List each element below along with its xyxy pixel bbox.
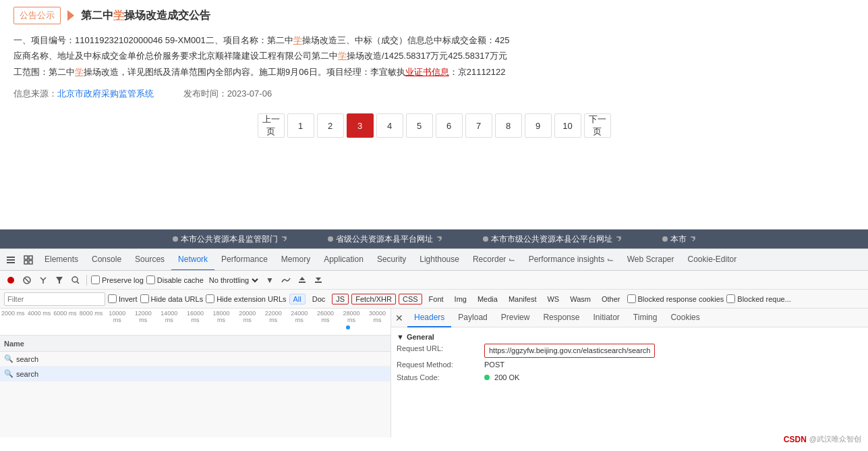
timeline-label-3: 6000 ms	[52, 310, 78, 323]
network-row-2[interactable]: 🔍 search	[0, 367, 390, 381]
tab-memory[interactable]: Memory	[274, 249, 317, 271]
prev-page-btn[interactable]: 上一页	[258, 113, 285, 138]
svg-rect-6	[29, 261, 32, 264]
filter-css-btn[interactable]: CSS	[399, 294, 422, 304]
preserve-log-checkbox[interactable]	[91, 275, 100, 284]
svg-rect-1	[7, 259, 15, 261]
record-btn[interactable]	[4, 273, 18, 287]
details-tab-preview[interactable]: Preview	[494, 309, 537, 327]
tab-performance[interactable]: Performance	[214, 249, 274, 271]
blocked-requests-checkbox[interactable]	[726, 294, 735, 303]
svg-rect-0	[7, 257, 15, 258]
page-btn-1[interactable]: 1	[287, 113, 314, 138]
source-link[interactable]: 北京市政府采购监管系统	[57, 88, 154, 99]
next-page-btn[interactable]: 下一页	[584, 113, 611, 138]
filter-fetch-xhr-btn[interactable]: Fetch/XHR	[351, 294, 396, 304]
page-btn-6[interactable]: 6	[436, 113, 463, 138]
throttle-dropdown-icon[interactable]: ▼	[263, 273, 277, 287]
devtools-inspect-icon[interactable]	[20, 252, 36, 268]
details-tab-response[interactable]: Response	[536, 309, 586, 327]
tab-application[interactable]: Application	[317, 249, 370, 271]
filter-doc-btn[interactable]: Doc	[308, 294, 330, 304]
stop-btn[interactable]	[20, 273, 34, 287]
page-btn-4[interactable]: 4	[376, 113, 403, 138]
clear-btn[interactable]	[36, 273, 50, 287]
blocked-response-label[interactable]: Blocked response cookies	[627, 294, 724, 303]
page-btn-3[interactable]: 3	[347, 113, 374, 138]
network-condition-icon[interactable]	[279, 273, 293, 287]
filter-manifest-btn[interactable]: Manifest	[504, 294, 541, 304]
details-tab-headers[interactable]: Headers	[407, 309, 451, 327]
svg-point-12	[72, 277, 78, 282]
tab-security[interactable]: Security	[370, 249, 413, 271]
throttling-select[interactable]: No throttling	[206, 275, 260, 285]
filter-all-btn[interactable]: All	[289, 294, 306, 304]
invert-checkbox[interactable]	[108, 294, 117, 303]
filter-other-btn[interactable]: Other	[598, 294, 625, 304]
page-btn-2[interactable]: 2	[317, 113, 344, 138]
disable-cache-label[interactable]: Disable cache	[146, 275, 204, 284]
watermark-author: @武汉唯众智创	[809, 434, 861, 437]
svg-point-7	[7, 277, 14, 284]
filter-ws-btn[interactable]: WS	[543, 294, 563, 304]
details-close-btn[interactable]: ✕	[391, 310, 407, 326]
network-row-1[interactable]: 🔍 search	[0, 352, 390, 367]
announcement-footer: 信息来源：北京市政府采购监管系统 发布时间：2023-07-06	[13, 88, 855, 100]
filter-wasm-btn[interactable]: Wasm	[566, 294, 595, 304]
collapse-icon[interactable]: ▼	[397, 333, 404, 341]
hide-extension-urls-label[interactable]: Hide extension URLs	[206, 294, 286, 303]
tab-elements[interactable]: Elements	[38, 249, 85, 271]
timeline-dot	[346, 325, 350, 329]
blocked-response-checkbox[interactable]	[627, 294, 636, 303]
page-btn-5[interactable]: 5	[406, 113, 433, 138]
blocked-requests-label[interactable]: Blocked reque...	[726, 294, 791, 303]
tab-sources[interactable]: Sources	[128, 249, 171, 271]
tab-recorder[interactable]: Recorder ⌙	[466, 249, 522, 271]
name-column-header: Name	[4, 340, 24, 348]
arrow-icon	[67, 10, 74, 21]
details-tab-timing[interactable]: Timing	[627, 309, 664, 327]
svg-rect-2	[7, 262, 15, 263]
hide-data-urls-label[interactable]: Hide data URLs	[140, 294, 204, 303]
svg-rect-14	[299, 282, 306, 283]
watermark: CSDN @武汉唯众智创	[784, 434, 861, 437]
status-code-row: Status Code: 200 OK	[397, 373, 863, 383]
filter-icon-btn[interactable]	[53, 273, 66, 287]
details-tab-payload[interactable]: Payload	[451, 309, 494, 327]
hide-extension-urls-checkbox[interactable]	[206, 294, 214, 303]
search-icon-btn[interactable]	[69, 273, 82, 287]
tab-cookie-editor[interactable]: Cookie-Editor	[681, 249, 744, 271]
preserve-log-label[interactable]: Preserve log	[91, 275, 144, 284]
page-btn-8[interactable]: 8	[495, 113, 522, 138]
tab-lighthouse[interactable]: Lighthouse	[413, 249, 466, 271]
network-list-body: 🔍 search 🔍 search	[0, 352, 390, 437]
svg-rect-4	[29, 256, 32, 259]
details-content: ▼ General Request URL: https://ggzyfw.be…	[391, 327, 868, 437]
footer-icon-3	[483, 236, 488, 242]
tab-performance-insights[interactable]: Performance insights ⌙	[522, 249, 620, 271]
page-btn-10[interactable]: 10	[554, 113, 581, 138]
page-btn-9[interactable]: 9	[525, 113, 552, 138]
tab-web-scraper[interactable]: Web Scraper	[620, 249, 681, 271]
filter-font-btn[interactable]: Font	[425, 294, 448, 304]
tab-console[interactable]: Console	[85, 249, 128, 271]
filter-media-btn[interactable]: Media	[473, 294, 502, 304]
tab-network[interactable]: Network	[171, 249, 214, 271]
filter-input[interactable]	[4, 292, 105, 306]
svg-rect-5	[24, 261, 28, 264]
details-tab-cookies[interactable]: Cookies	[664, 309, 706, 327]
page-btn-7[interactable]: 7	[465, 113, 492, 138]
export-har-icon[interactable]	[312, 273, 325, 287]
import-har-icon[interactable]	[295, 273, 309, 287]
footer-icon-1	[173, 236, 178, 242]
disable-cache-checkbox[interactable]	[146, 275, 155, 284]
filter-img-btn[interactable]: Img	[451, 294, 471, 304]
request-url-key: Request URL:	[397, 344, 484, 354]
details-tab-initiator[interactable]: Initiator	[586, 309, 626, 327]
devtools-menu-icon[interactable]	[3, 252, 19, 268]
announcement-title: 第二中学操场改造成交公告	[81, 9, 210, 23]
filter-js-btn[interactable]: JS	[332, 294, 349, 304]
invert-label[interactable]: Invert	[108, 294, 138, 303]
timeline-labels: 2000 ms 4000 ms 6000 ms 8000 ms 10000 ms…	[0, 310, 390, 323]
hide-data-urls-checkbox[interactable]	[140, 294, 149, 303]
